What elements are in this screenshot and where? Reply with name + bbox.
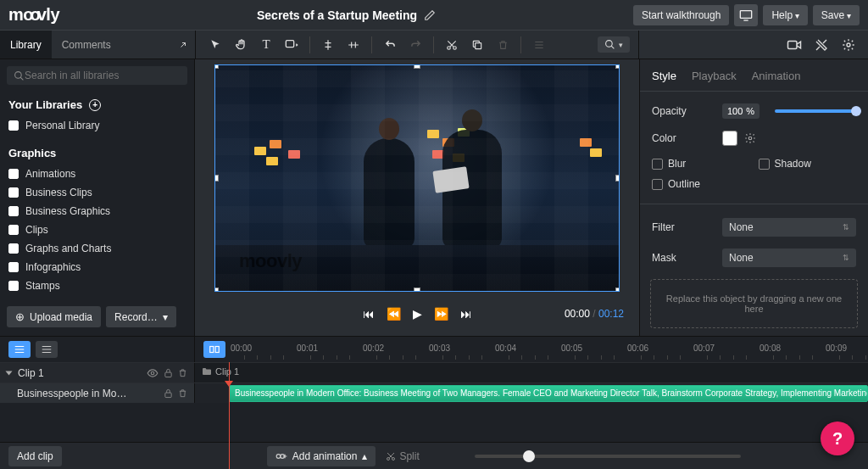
visibility-icon[interactable] bbox=[147, 368, 159, 378]
redo-icon[interactable] bbox=[404, 34, 426, 56]
sidebar-item-personal[interactable]: Personal Library bbox=[7, 116, 187, 135]
tools-icon[interactable] bbox=[810, 34, 832, 56]
copy-icon[interactable] bbox=[466, 34, 488, 56]
tab-style[interactable]: Style bbox=[652, 70, 676, 82]
tab-animation[interactable]: Animation bbox=[752, 70, 801, 82]
track-header-child[interactable]: Businesspeople in Modern Office:… bbox=[0, 383, 195, 403]
edit-title-icon[interactable] bbox=[424, 9, 436, 21]
settings-icon[interactable] bbox=[837, 34, 860, 56]
sidebar-item[interactable]: Stamps bbox=[7, 276, 187, 295]
skip-end-icon[interactable]: ⏭ bbox=[460, 307, 472, 321]
tab-comments[interactable]: Comments bbox=[52, 31, 121, 59]
blur-checkbox[interactable]: Blur bbox=[652, 158, 750, 170]
start-walkthrough-button[interactable]: Start walkthrough bbox=[633, 5, 729, 25]
record-button[interactable]: Record… ▾ bbox=[106, 306, 176, 327]
upload-media-button[interactable]: Upload media bbox=[7, 306, 101, 327]
rewind-icon[interactable]: ⏪ bbox=[387, 307, 401, 321]
sidebar-item[interactable]: Graphs and Charts bbox=[7, 239, 187, 258]
resize-handle[interactable] bbox=[414, 288, 420, 292]
svg-rect-14 bbox=[165, 393, 171, 398]
timeline-zoom-slider[interactable] bbox=[475, 455, 741, 458]
sidebar-item[interactable]: Clips bbox=[7, 221, 187, 239]
playhead[interactable] bbox=[229, 362, 230, 469]
svg-point-7 bbox=[847, 43, 850, 47]
help-button[interactable]: Help bbox=[763, 5, 807, 25]
mask-select[interactable]: None⇅ bbox=[722, 248, 856, 267]
svg-point-5 bbox=[606, 41, 613, 47]
pointer-tool-icon[interactable] bbox=[204, 34, 226, 56]
timeline-view-grid-icon[interactable] bbox=[36, 341, 58, 358]
track-header-clip1[interactable]: Clip 1 bbox=[0, 363, 195, 382]
sidebar-item[interactable]: Animations bbox=[7, 165, 187, 183]
svg-point-9 bbox=[748, 137, 752, 140]
lock-icon[interactable] bbox=[164, 368, 173, 378]
timeline-segment[interactable]: Businesspeople in Modern Office: Busines… bbox=[229, 385, 868, 402]
delete-track-icon[interactable] bbox=[178, 368, 187, 378]
help-fab[interactable]: ? bbox=[821, 422, 854, 455]
align-h-icon[interactable] bbox=[317, 34, 339, 56]
cut-icon[interactable] bbox=[441, 34, 463, 56]
resize-handle[interactable] bbox=[214, 175, 219, 181]
timeline-view-list-icon[interactable] bbox=[8, 341, 31, 358]
resize-handle[interactable] bbox=[214, 288, 219, 292]
ruler-tick: 00:08 bbox=[760, 343, 781, 353]
sidebar-item[interactable]: Infographics bbox=[7, 258, 187, 276]
forward-icon[interactable]: ⏩ bbox=[434, 307, 448, 321]
add-animation-button[interactable]: Add animation ▴ bbox=[267, 446, 376, 466]
save-button[interactable]: Save bbox=[813, 5, 860, 25]
delete-track-icon[interactable] bbox=[178, 388, 187, 399]
svg-rect-4 bbox=[476, 42, 481, 48]
lock-icon[interactable] bbox=[164, 388, 173, 399]
resize-handle[interactable] bbox=[414, 64, 420, 69]
filter-select[interactable]: None⇅ bbox=[722, 218, 856, 237]
svg-rect-10 bbox=[210, 347, 214, 353]
list-icon[interactable] bbox=[528, 34, 550, 56]
shape-tool-icon[interactable] bbox=[281, 34, 303, 56]
svg-point-2 bbox=[448, 46, 451, 49]
outline-checkbox[interactable]: Outline bbox=[652, 178, 750, 190]
color-swatch[interactable] bbox=[722, 131, 737, 146]
opacity-value[interactable]: 100% bbox=[722, 103, 760, 119]
resize-handle[interactable] bbox=[615, 288, 620, 292]
color-label: Color bbox=[652, 132, 715, 144]
resize-handle[interactable] bbox=[214, 64, 219, 69]
filter-label: Filter bbox=[652, 221, 715, 233]
zoom-dropdown[interactable]: ▾ bbox=[598, 36, 630, 53]
snap-icon[interactable] bbox=[203, 341, 225, 358]
timeline-ruler[interactable]: 00:0000:0100:0200:0300:0400:0500:0600:07… bbox=[231, 337, 868, 362]
camera-icon[interactable] bbox=[783, 34, 805, 56]
resize-handle[interactable] bbox=[615, 64, 620, 69]
expand-sidebar-icon[interactable] bbox=[178, 40, 188, 50]
svg-rect-1 bbox=[286, 40, 293, 47]
add-library-icon[interactable]: + bbox=[89, 99, 101, 111]
app-logo: moovly bbox=[8, 5, 59, 25]
graphics-heading: Graphics bbox=[8, 147, 56, 159]
sidebar-item[interactable]: Business Clips bbox=[7, 183, 187, 202]
svg-point-3 bbox=[453, 46, 457, 49]
replace-drop-zone[interactable]: Replace this object by dragging a new on… bbox=[650, 279, 858, 328]
svg-rect-11 bbox=[215, 347, 219, 353]
search-field[interactable] bbox=[7, 66, 187, 85]
tab-playback[interactable]: Playback bbox=[692, 70, 737, 82]
resize-handle[interactable] bbox=[615, 175, 620, 181]
search-input[interactable] bbox=[25, 70, 181, 81]
ruler-tick: 00:03 bbox=[429, 343, 450, 353]
add-clip-button[interactable]: Add clip bbox=[8, 446, 62, 466]
svg-point-18 bbox=[392, 457, 395, 460]
tab-library[interactable]: Library bbox=[0, 31, 52, 59]
align-v-icon[interactable] bbox=[342, 34, 364, 56]
present-icon[interactable] bbox=[734, 4, 758, 26]
play-icon[interactable]: ▶ bbox=[413, 307, 422, 321]
skip-start-icon[interactable]: ⏮ bbox=[363, 307, 375, 321]
svg-point-12 bbox=[151, 371, 154, 375]
sidebar-item[interactable]: Business Graphics bbox=[7, 202, 187, 221]
delete-icon[interactable] bbox=[492, 34, 514, 56]
color-gear-icon[interactable] bbox=[744, 132, 756, 144]
opacity-slider[interactable] bbox=[775, 109, 856, 113]
canvas-stage[interactable]: moovly bbox=[214, 64, 620, 292]
hand-tool-icon[interactable] bbox=[230, 34, 252, 56]
undo-icon[interactable] bbox=[379, 34, 401, 56]
shadow-checkbox[interactable]: Shadow bbox=[759, 158, 857, 170]
split-button[interactable]: Split bbox=[386, 450, 419, 462]
text-tool-icon[interactable]: T bbox=[255, 34, 277, 56]
